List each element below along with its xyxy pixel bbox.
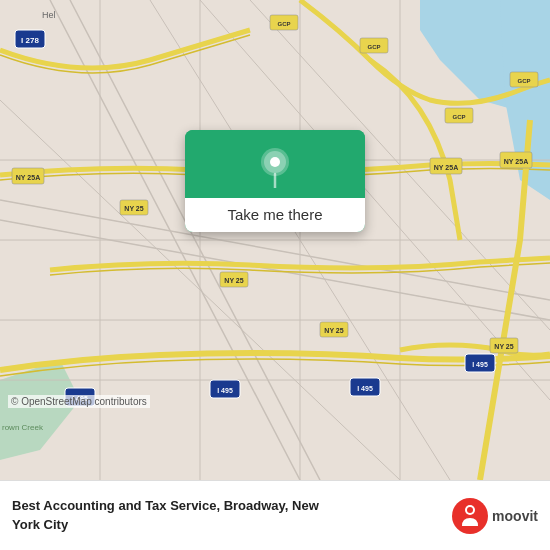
svg-point-57	[452, 498, 488, 534]
take-me-there-label: Take me there	[227, 206, 322, 223]
svg-text:NY 25: NY 25	[224, 277, 243, 284]
moovit-icon	[452, 498, 488, 534]
svg-text:NY 25: NY 25	[124, 205, 143, 212]
popup-green-area	[185, 130, 365, 198]
svg-text:Hel: Hel	[42, 10, 56, 20]
svg-text:I 278: I 278	[21, 36, 39, 45]
map-container: I 278 NY 25A NY 25A NY 25A NY 25 NY 25 N…	[0, 0, 550, 480]
svg-text:I 495: I 495	[472, 361, 488, 368]
moovit-logo: moovit	[452, 498, 538, 534]
moovit-text: moovit	[492, 508, 538, 524]
svg-text:I 495: I 495	[217, 387, 233, 394]
take-me-there-card[interactable]: Take me there	[185, 130, 365, 232]
bottom-bar: Best Accounting and Tax Service, Broadwa…	[0, 480, 550, 550]
location-name: Best Accounting and Tax Service, Broadwa…	[12, 497, 452, 533]
svg-text:GCP: GCP	[277, 21, 290, 27]
copyright-text: © OpenStreetMap contributors	[8, 395, 150, 408]
svg-text:NY 25A: NY 25A	[16, 174, 40, 181]
svg-text:NY 25: NY 25	[324, 327, 343, 334]
svg-text:NY 25A: NY 25A	[504, 158, 528, 165]
svg-text:I 495: I 495	[357, 385, 373, 392]
location-pin-icon	[253, 144, 297, 188]
svg-point-56	[270, 157, 280, 167]
svg-point-59	[467, 507, 473, 513]
location-info: Best Accounting and Tax Service, Broadwa…	[12, 497, 452, 533]
popup-label-area: Take me there	[185, 198, 365, 232]
svg-text:GCP: GCP	[452, 114, 465, 120]
svg-text:GCP: GCP	[367, 44, 380, 50]
svg-text:NY 25: NY 25	[494, 343, 513, 350]
svg-text:rown Creek: rown Creek	[2, 423, 44, 432]
svg-text:GCP: GCP	[517, 78, 530, 84]
svg-text:NY 25A: NY 25A	[434, 164, 458, 171]
